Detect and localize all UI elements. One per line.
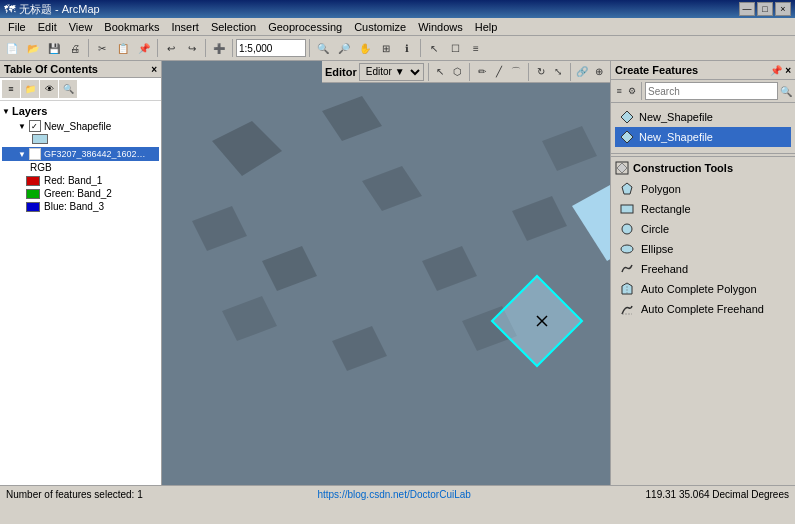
zoom-in-button[interactable]: 🔍	[313, 38, 333, 58]
new-button[interactable]: 📄	[2, 38, 22, 58]
cut-button[interactable]: ✂	[92, 38, 112, 58]
close-button[interactable]: ×	[775, 2, 791, 16]
menu-insert[interactable]: Insert	[165, 20, 205, 34]
panel-close-button[interactable]: ×	[785, 65, 791, 76]
menu-file[interactable]: File	[2, 20, 32, 34]
edit-tool-button[interactable]: ↖	[433, 63, 448, 81]
create-features-organize[interactable]: ≡	[613, 82, 625, 100]
zoom-out-button[interactable]: 🔎	[334, 38, 354, 58]
feature-item-1[interactable]: New_Shapefile	[615, 107, 791, 127]
toc-search[interactable]: 🔍	[59, 80, 77, 98]
tool-circle[interactable]: Circle	[615, 219, 791, 239]
toc-source-view[interactable]: 📁	[21, 80, 39, 98]
title-bar: 🗺 无标题 - ArcMap — □ ×	[0, 0, 795, 18]
arc-segment-button[interactable]: ⌒	[509, 63, 524, 81]
save-button[interactable]: 💾	[44, 38, 64, 58]
maximize-button[interactable]: □	[757, 2, 773, 16]
toc-vis-view[interactable]: 👁	[40, 80, 58, 98]
svg-marker-19	[617, 163, 627, 173]
tool-freehand[interactable]: Freehand	[615, 259, 791, 279]
tool-rectangle[interactable]: Rectangle	[615, 199, 791, 219]
tool-ellipse[interactable]: Ellipse	[615, 239, 791, 259]
print-button[interactable]: 🖨	[65, 38, 85, 58]
scale-button[interactable]: ⤡	[550, 63, 565, 81]
legend-blue: Blue: Band_3	[2, 200, 159, 213]
menu-bookmarks[interactable]: Bookmarks	[98, 20, 165, 34]
panel-header-buttons[interactable]: 📌 ×	[770, 65, 791, 76]
editor-bar: Editor Editor ▼ ↖ ⬡ ✏ ╱ ⌒ ↻ ⤡ 🔗 ⊕	[322, 61, 610, 83]
snapping-button[interactable]: 🔗	[574, 63, 589, 81]
create-features-options[interactable]: ⚙	[626, 82, 638, 100]
menu-help[interactable]: Help	[469, 20, 504, 34]
toc-list-view[interactable]: ≡	[2, 80, 20, 98]
menu-geoprocessing[interactable]: Geoprocessing	[262, 20, 348, 34]
rgb-label: RGB	[30, 162, 52, 173]
edit-vertices-button[interactable]: ⬡	[450, 63, 465, 81]
select-button[interactable]: ↖	[424, 38, 444, 58]
feature-name-2: New_Shapefile	[639, 131, 713, 143]
toc-item-new-shapefile[interactable]: ▼ New_Shapefile	[2, 119, 159, 133]
toc-item-raster[interactable]: ▼ GF3207_386442_160203A0.tif	[2, 147, 159, 161]
full-extent-button[interactable]: ⊞	[376, 38, 396, 58]
open-button[interactable]: 📂	[23, 38, 43, 58]
sketch-tool-button[interactable]: ✏	[474, 63, 489, 81]
status-coordinates: 119.31 35.064 Decimal Degrees	[646, 489, 789, 500]
menu-customize[interactable]: Customize	[348, 20, 412, 34]
menu-windows[interactable]: Windows	[412, 20, 469, 34]
pin-button[interactable]: 📌	[770, 65, 782, 76]
rotate-button[interactable]: ↻	[533, 63, 548, 81]
sep6	[420, 39, 421, 57]
editor-dropdown[interactable]: Editor ▼	[359, 63, 424, 81]
redo-button[interactable]: ↪	[182, 38, 202, 58]
status-bar: Number of features selected: 1 https://b…	[0, 485, 795, 503]
pan-button[interactable]: ✋	[355, 38, 375, 58]
menu-selection[interactable]: Selection	[205, 20, 262, 34]
select-by-attrs-button[interactable]: ≡	[466, 38, 486, 58]
straight-segment-button[interactable]: ╱	[491, 63, 506, 81]
red-band-label: Red: Band_1	[44, 175, 102, 186]
copy-button[interactable]: 📋	[113, 38, 133, 58]
feature-item-2[interactable]: New_Shapefile	[615, 127, 791, 147]
layers-label: Layers	[12, 105, 47, 117]
toc-close-button[interactable]: ×	[151, 64, 157, 75]
toc-header: Table Of Contents ×	[0, 61, 161, 78]
svg-point-23	[621, 245, 633, 253]
svg-marker-17	[621, 131, 633, 143]
toolbar-row-1: 📄 📂 💾 🖨 ✂ 📋 📌 ↩ ↪ ➕ 🔍 🔎 ✋ ⊞ ℹ ↖ ☐ ≡	[2, 37, 486, 59]
svg-point-22	[622, 224, 632, 234]
undo-button[interactable]: ↩	[161, 38, 181, 58]
divider	[611, 153, 795, 154]
map-area[interactable]: Editor Editor ▼ ↖ ⬡ ✏ ╱ ⌒ ↻ ⤡ 🔗 ⊕	[162, 61, 610, 485]
tool-auto-complete-polygon[interactable]: Auto Complete Polygon	[615, 279, 791, 299]
shapefile-expand[interactable]: ▼	[18, 122, 26, 131]
identify-button[interactable]: ℹ	[397, 38, 417, 58]
paste-button[interactable]: 📌	[134, 38, 154, 58]
tool-polygon[interactable]: Polygon	[615, 179, 791, 199]
auto-complete-polygon-label: Auto Complete Polygon	[641, 283, 757, 295]
create-features-title: Create Features	[615, 64, 698, 76]
editor-sep	[428, 63, 429, 81]
menu-edit[interactable]: Edit	[32, 20, 63, 34]
clear-selection-button[interactable]: ☐	[445, 38, 465, 58]
toc-title: Table Of Contents	[4, 63, 98, 75]
raster-expand[interactable]: ▼	[18, 150, 26, 159]
minimize-button[interactable]: —	[739, 2, 755, 16]
add-data-button[interactable]: ➕	[209, 38, 229, 58]
layers-expand[interactable]: ▼	[2, 107, 10, 116]
construction-tools-section: Construction Tools Polygon Rectang	[611, 156, 795, 323]
toc-toolbar: ≡ 📁 👁 🔍	[0, 78, 161, 101]
scale-input[interactable]	[236, 39, 306, 57]
search-button[interactable]: 🔍	[779, 82, 793, 100]
circle-icon	[619, 221, 635, 237]
create-features-header: Create Features 📌 ×	[611, 61, 795, 80]
shapefile-checkbox[interactable]	[29, 120, 41, 132]
sep3	[205, 39, 206, 57]
construction-tools-header: Construction Tools	[615, 161, 791, 175]
search-input[interactable]	[645, 82, 778, 100]
raster-checkbox[interactable]	[29, 148, 41, 160]
topology-button[interactable]: ⊕	[592, 63, 607, 81]
window-controls[interactable]: — □ ×	[739, 2, 791, 16]
rectangle-label: Rectangle	[641, 203, 691, 215]
menu-view[interactable]: View	[63, 20, 99, 34]
tool-auto-complete-freehand[interactable]: Auto Complete Freehand	[615, 299, 791, 319]
